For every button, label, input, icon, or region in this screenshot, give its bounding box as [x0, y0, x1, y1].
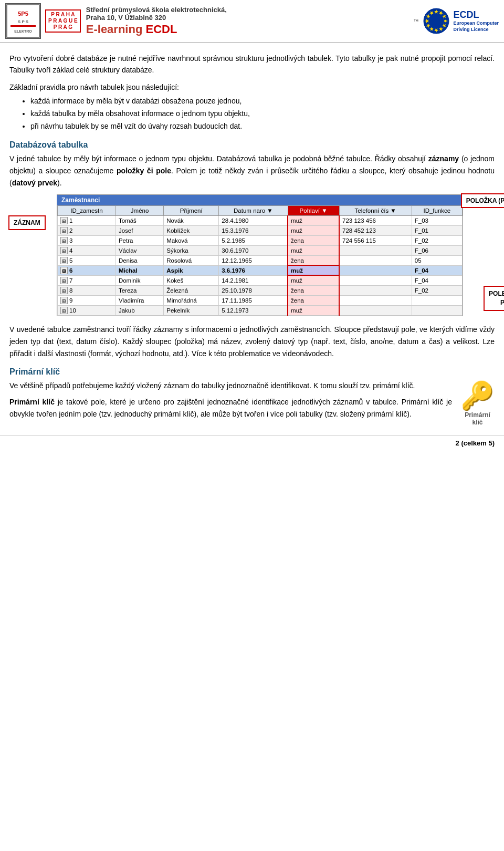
cell-jmeno: Denisa — [116, 255, 163, 265]
row-expand-icon[interactable]: ⊞ — [60, 277, 68, 284]
cell-datum: 5.2.1985 — [219, 235, 288, 245]
annotation-zaznam: ZÁZNAM — [8, 215, 46, 230]
cell-prijmeni: Mimořádná — [164, 295, 219, 305]
cell-datum: 12.12.1965 — [219, 255, 288, 265]
prague-logo: P R A H A P R A G U E P R A G — [45, 9, 81, 33]
cell-datum: 5.12.1973 — [219, 305, 288, 315]
svg-text:ELEKTRO: ELEKTRO — [14, 29, 32, 33]
cell-id: ⊞10 — [58, 305, 116, 315]
table-row: ⊞3PetraMaková5.2.1985žena724 556 115F_02 — [58, 235, 463, 245]
cell-funkce: 05 — [412, 255, 462, 265]
cell-tel — [339, 295, 412, 305]
primarni-section-body: 🔑 Primárníklíč Ve většině případů potřeb… — [9, 380, 495, 426]
header-logos-left: 5P5 S P S ELEKTRO P R A H A P R A G U E … — [5, 3, 81, 39]
cell-jmeno: Václav — [116, 245, 163, 255]
table-row: ⊞1TomášNovák28.4.1980muž723 123 456F_03 — [58, 215, 463, 225]
cell-tel — [339, 305, 412, 315]
employees-table: ID_zamestn Jméno Příjmení Datum naro ▼ P… — [57, 205, 463, 316]
elearning-title: E-learning ECDL — [86, 23, 414, 36]
cell-id: ⊞3 — [58, 235, 116, 245]
table-title: Zaměstnanci — [57, 195, 463, 205]
row-expand-icon[interactable]: ⊞ — [60, 307, 68, 314]
school-name: Střední průmyslová škola elektrotechnick… — [86, 6, 414, 22]
after-table-text: V uvedené tabulce zaměstnanci tvoří řádk… — [9, 324, 495, 360]
svg-text:5P5: 5P5 — [18, 11, 28, 17]
cell-datum: 28.4.1980 — [219, 215, 288, 225]
row-expand-icon[interactable]: ⊞ — [60, 287, 68, 294]
cell-prijmeni: Sýkorka — [164, 245, 219, 255]
cell-datum: 3.6.1976 — [219, 265, 288, 275]
cell-prijmeni: Aspik — [164, 265, 219, 275]
page-header: 5P5 S P S ELEKTRO P R A H A P R A G U E … — [0, 0, 504, 43]
cell-prijmeni: Maková — [164, 235, 219, 245]
bullet-section: Základní pravidla pro návrh tabulek jsou… — [9, 81, 495, 133]
cell-id: ⊞6 — [58, 265, 116, 275]
cell-funkce: F_02 — [412, 235, 462, 245]
cell-id: ⊞5 — [58, 255, 116, 265]
cell-datum: 15.3.1976 — [219, 225, 288, 235]
cell-prijmeni: Koblížek — [164, 225, 219, 235]
page-number: 2 (celkem 5) — [456, 439, 495, 447]
row-expand-icon[interactable]: ⊞ — [60, 267, 68, 274]
cell-id: ⊞2 — [58, 225, 116, 235]
primarni-text-2: Primární klíč je takové pole, které je u… — [9, 396, 495, 420]
prague-line3: P R A G — [54, 24, 72, 30]
cell-jmeno: Michal — [116, 265, 163, 275]
prague-line1: P R A H A — [51, 12, 75, 18]
row-expand-icon[interactable]: ⊞ — [60, 247, 68, 254]
cell-id: ⊞4 — [58, 245, 116, 255]
col-header-prijmeni: Příjmení — [164, 205, 219, 215]
cell-datum: 14.2.1981 — [219, 275, 288, 285]
table-illustration-outer: POLOŽKA (POLE) ZÁZNAM Zaměstnanci ID_zam… — [57, 194, 463, 316]
eu-stars-icon — [423, 7, 450, 35]
database-table: Zaměstnanci ID_zamestn Jméno Příjmení Da… — [57, 194, 463, 316]
row-expand-icon[interactable]: ⊞ — [60, 237, 68, 244]
ecdl-logo: ECDL European ComputerDriving Licence — [423, 7, 499, 35]
col-header-jmeno: Jméno — [116, 205, 163, 215]
table-row: ⊞2JosefKoblížek15.3.1976muž728 452 123F_… — [58, 225, 463, 235]
cell-pohlavi: muž — [288, 305, 339, 315]
cell-tel: 723 123 456 — [339, 215, 412, 225]
table-row: ⊞4VáclavSýkorka30.6.1970mužF_06 — [58, 245, 463, 255]
tm-symbol: ™ — [413, 18, 418, 24]
intro-paragraph: Pro vytvoření dobré databáze je nutné ne… — [9, 53, 495, 76]
header-center: Střední průmyslová škola elektrotechnick… — [81, 6, 414, 36]
cell-datum: 25.10.1978 — [219, 285, 288, 295]
key-icon: 🔑 — [460, 382, 495, 409]
bullet-item-1: každá informace by měla být v databázi o… — [30, 95, 495, 108]
svg-text:S P S: S P S — [18, 19, 29, 24]
prague-line2: P R A G U E — [48, 18, 78, 24]
cell-tel — [339, 255, 412, 265]
row-expand-icon[interactable]: ⊞ — [60, 227, 68, 234]
cell-id: ⊞7 — [58, 275, 116, 285]
section-heading-primarni: Primární klíč — [9, 367, 495, 377]
cell-funkce — [412, 305, 462, 315]
cell-prijmeni: Rosolová — [164, 255, 219, 265]
sps-logo-icon: 5P5 S P S ELEKTRO — [6, 4, 40, 38]
cell-tel — [339, 275, 412, 285]
table-row: ⊞8TerezaŽelezná25.10.1978ženaF_02 — [58, 285, 463, 295]
svg-rect-3 — [10, 25, 36, 27]
cell-prijmeni: Novák — [164, 215, 219, 225]
cell-tel — [339, 265, 412, 275]
table-row: ⊞9VladimíraMimořádná17.11.1985žena — [58, 295, 463, 305]
cell-id: ⊞9 — [58, 295, 116, 305]
row-expand-icon[interactable]: ⊞ — [60, 297, 68, 304]
cell-prijmeni: Pekelník — [164, 305, 219, 315]
ecdl-full-text: European ComputerDriving Licence — [453, 20, 499, 33]
section-heading-databazova: Databázová tabulka — [9, 140, 495, 150]
cell-funkce: F_04 — [412, 275, 462, 285]
row-expand-icon[interactable]: ⊞ — [60, 217, 68, 224]
cell-id: ⊞1 — [58, 215, 116, 225]
cell-funkce: F_04 — [412, 265, 462, 275]
header-right: ™ — [413, 7, 499, 35]
cell-tel — [339, 245, 412, 255]
cell-tel — [339, 285, 412, 295]
cell-funkce: F_02 — [412, 285, 462, 295]
cell-funkce: F_06 — [412, 245, 462, 255]
cell-tel: 724 556 115 — [339, 235, 412, 245]
row-expand-icon[interactable]: ⊞ — [60, 257, 68, 264]
key-image-block: 🔑 Primárníklíč — [460, 382, 495, 426]
cell-jmeno: Vladimíra — [116, 295, 163, 305]
cell-pohlavi: žena — [288, 295, 339, 305]
